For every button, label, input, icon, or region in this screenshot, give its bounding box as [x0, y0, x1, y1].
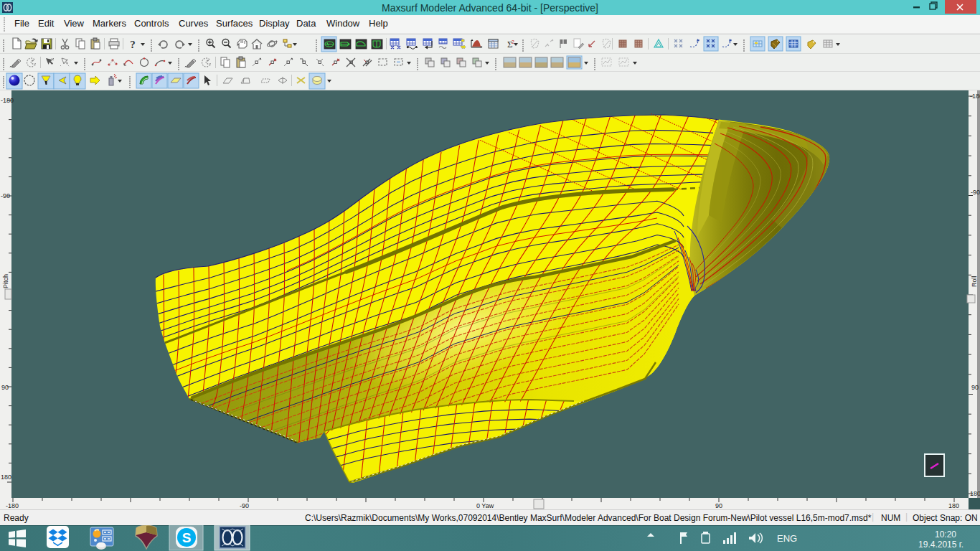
svg-text:-180: -180 [970, 93, 980, 100]
svg-text:-90: -90 [971, 189, 980, 196]
svg-text:S: S [182, 530, 192, 545]
svg-text:-90: -90 [1, 192, 10, 199]
svg-text:180: 180 [970, 490, 980, 497]
svg-text:90: 90 [715, 502, 722, 509]
svg-text:-90: -90 [240, 502, 249, 509]
svg-text:180: 180 [1, 474, 11, 481]
svg-text:-180: -180 [1, 97, 14, 104]
svg-text:19.4.2015 г.: 19.4.2015 г. [918, 540, 963, 550]
svg-text:ENG: ENG [777, 533, 797, 544]
svg-text:10:20: 10:20 [935, 529, 956, 540]
svg-text:Roll: Roll [971, 276, 978, 287]
svg-text:90: 90 [1, 384, 9, 391]
svg-text:90: 90 [971, 384, 979, 391]
svg-text:Pitch: Pitch [2, 274, 9, 288]
svg-text:-180: -180 [6, 502, 19, 509]
svg-text:180: 180 [948, 502, 959, 509]
svg-text:0 Yaw: 0 Yaw [476, 502, 494, 509]
